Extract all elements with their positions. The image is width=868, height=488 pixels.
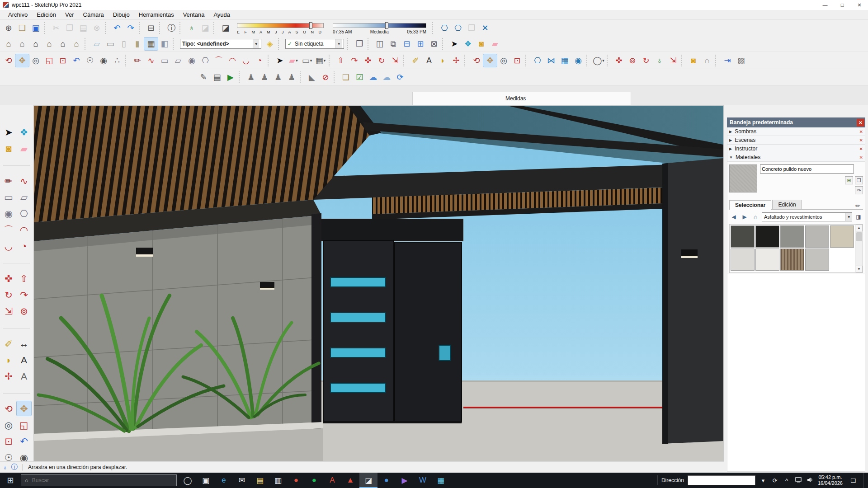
style-monochrome-icon[interactable]: ◧ [158,38,171,50]
menu-ayuda[interactable]: Ayuda [209,10,235,19]
edit-pencil-icon[interactable]: ✏ [853,202,863,209]
store-icon[interactable]: ▥ [269,473,287,488]
export-model-icon[interactable]: ⇥ [721,54,734,67]
sandbox-from-contours-icon[interactable]: ⋈ [544,54,558,67]
menu-edici-n[interactable]: Edición [32,10,61,19]
zoom-extents-icon[interactable]: ⊡ [56,54,70,67]
orbit-icon[interactable]: ⟲ [1,401,16,416]
push-pull-icon[interactable]: ⇧ [17,271,31,286]
material-swatch-4[interactable] [805,225,829,248]
copy-icon[interactable]: ❐ [63,22,76,34]
cortana-icon[interactable]: ◯ [179,473,197,488]
three-point-arc-icon[interactable]: ◡ [1,239,16,253]
classifier-icon[interactable]: ◯▾ [592,54,605,67]
rotated-rectangle-icon[interactable]: ▱ [171,54,185,67]
scroll-down-icon[interactable]: ▼ [856,266,863,272]
mail-icon[interactable]: ✉ [233,473,251,488]
rotate-copy-icon[interactable]: ↻ [639,54,653,67]
sync-icon[interactable]: ⟳ [393,71,407,84]
photo-match-icon[interactable]: ◣ [305,71,319,84]
cloud-download-icon[interactable]: ☁ [366,71,380,84]
orbit-icon[interactable]: ⟲ [2,54,15,67]
eraser-icon[interactable]: ▰ [488,38,502,50]
material-swatch-3[interactable] [780,225,804,248]
face-style-caret[interactable]: ▾ [324,58,326,63]
shadow-month-slider[interactable]: E F M A M J J A S O N D [235,21,326,35]
three-point-arc-icon[interactable]: ◡ [239,54,253,67]
delete-icon[interactable]: ⊗ [90,22,104,34]
chrome-icon[interactable]: ● [287,473,305,488]
collection-dropdown[interactable]: Asfaltado y revestimientos ▾ [762,212,852,221]
material-swatch-1[interactable] [731,225,755,248]
style-hidden-line-icon[interactable]: ▯ [117,38,131,50]
solid-intersect-icon[interactable]: ◫ [373,38,387,50]
section-sombras[interactable]: ▶ Sombras ✕ [727,127,865,136]
viewport-3d[interactable] [33,105,724,461]
material-swatch-2[interactable] [755,225,779,248]
rotate-icon[interactable]: ↻ [375,54,388,67]
rotate-icon[interactable]: ↻ [1,287,16,302]
spotify-icon[interactable]: ● [305,473,323,488]
warehouse-models-icon[interactable]: ⎔ [531,54,544,67]
zoom-2-icon[interactable]: ◎ [497,54,510,67]
video-app-icon[interactable]: ▶ [396,473,414,488]
address-input[interactable] [688,475,755,485]
rotated-rectangle-icon[interactable]: ▱ [17,190,31,204]
eraser-2-caret[interactable]: ▾ [296,58,298,63]
back-arrow-button[interactable]: ◀ [729,212,738,221]
line-icon[interactable]: ✏ [1,174,16,188]
search-input[interactable] [32,477,173,483]
freehand-icon[interactable]: ∿ [17,174,31,188]
smoove-icon[interactable]: ◉ [571,54,585,67]
solid-subtract-icon[interactable]: ⊟ [400,38,414,50]
view-left-icon[interactable]: ⌂ [56,38,70,50]
protractor-icon[interactable]: ◗ [436,54,449,67]
material-swatch-5[interactable] [830,225,854,248]
pan-2-icon[interactable]: ✥ [483,54,497,67]
follow-me-icon[interactable]: ↷ [348,54,361,67]
axes-icon[interactable]: ✢ [1,369,16,383]
solid-outer-shell-icon[interactable]: ❒ [353,38,366,50]
show-desktop-button[interactable] [863,473,866,488]
menu-ventana[interactable]: Ventana [179,10,209,19]
select-icon[interactable]: ➤ [1,125,16,139]
toggle-shadows-icon[interactable]: ◪ [219,22,232,34]
previous-view-icon[interactable]: ↶ [17,434,31,448]
geolocation-icon[interactable]: ♁ [3,464,8,471]
scale-2-icon[interactable]: ⇲ [666,54,680,67]
make-component-icon[interactable]: ❖ [17,125,31,139]
rectangle-icon[interactable]: ▭ [158,54,171,67]
section-instructor[interactable]: ▶ Instructor ✕ [727,145,865,153]
toggle-terrain-icon[interactable]: ◪ [198,22,212,34]
add-location-icon[interactable]: ♁ [185,22,198,34]
network-icon[interactable] [794,477,802,484]
secondary-pane-button[interactable]: ❐ [855,176,863,184]
menu-ver[interactable]: Ver [61,10,79,19]
position-camera-icon[interactable]: ☉ [83,54,97,67]
tags-icon[interactable]: ◈ [263,38,277,50]
classifier-type-dropdown[interactable]: Tipo: <undefined> ▾ [180,39,261,49]
chevron-down-icon[interactable]: ▾ [845,213,852,221]
share-model-icon[interactable]: ⎔ [451,22,465,34]
hidden-icons-chevron[interactable]: ^ [783,477,791,484]
details-button[interactable]: ◨ [854,212,863,221]
paint-bucket-icon[interactable]: ◙ [475,38,488,50]
notification-center-icon[interactable]: ❏ [846,477,860,484]
get-models-icon[interactable]: ⎔ [438,22,451,34]
protractor-icon[interactable]: ◗ [1,352,16,367]
material-swatch-6[interactable] [731,249,755,271]
make-component-icon[interactable]: ❖ [461,38,475,50]
tab-edicion[interactable]: Edición [772,200,802,209]
geo-position-icon[interactable]: ♁ [653,54,666,67]
zoom-extents-2-icon[interactable]: ⊡ [510,54,524,67]
print-icon[interactable]: ⊟ [144,22,158,34]
pan-icon[interactable]: ✥ [17,401,31,416]
view-back-icon[interactable]: ⌂ [42,38,56,50]
dynamic-components-icon[interactable]: ♟ [244,71,258,84]
solid-split-icon[interactable]: ⊠ [427,38,441,50]
solid-union-icon[interactable]: ⧉ [387,38,400,50]
taskbar-search[interactable]: ○ [21,474,177,486]
push-pull-icon[interactable]: ⇧ [334,54,348,67]
section-close-icon[interactable]: ✕ [859,155,863,160]
menu-c-mara[interactable]: Cámara [79,10,108,19]
